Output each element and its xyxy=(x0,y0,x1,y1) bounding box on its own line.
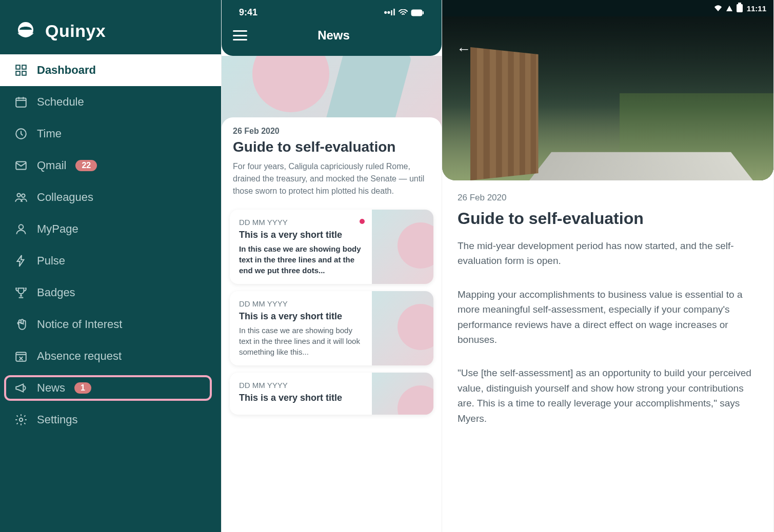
quinyx-logo-icon xyxy=(14,19,37,42)
sidebar-item-badges[interactable]: Badges xyxy=(0,277,221,309)
back-button[interactable]: ← xyxy=(457,42,471,56)
signal-icon xyxy=(726,6,732,11)
sidebar-item-label: Time xyxy=(37,127,62,140)
person-icon xyxy=(14,222,28,236)
sidebar-item-label: Badges xyxy=(37,286,75,299)
article-detail-panel: 11:11 ← 26 Feb 2020 Guide to self-evalua… xyxy=(442,0,774,532)
sidebar-item-absence-request[interactable]: Absence request xyxy=(0,340,221,372)
ios-status-bar: 9:41 ••ıl xyxy=(222,0,442,18)
card-title: This is a very short title xyxy=(239,230,363,240)
sidebar-item-notice-of-interest[interactable]: Notice of Interest xyxy=(0,309,221,340)
trophy-icon xyxy=(14,286,28,299)
unread-dot-icon xyxy=(360,219,365,224)
svg-rect-2 xyxy=(22,65,26,69)
status-time: 9:41 xyxy=(239,7,257,18)
sidebar-item-label: Colleagues xyxy=(37,191,93,204)
card-date: DD MM YYYY xyxy=(239,299,363,308)
sidebar-item-label: Qmail xyxy=(37,159,66,172)
megaphone-icon xyxy=(14,381,28,395)
sidebar-item-settings[interactable]: Settings xyxy=(0,404,221,436)
article-paragraph: The mid-year development period has now … xyxy=(458,238,758,269)
sidebar-item-pulse[interactable]: Pulse xyxy=(0,245,221,277)
featured-article[interactable]: 26 Feb 2020 Guide to self-evaluation For… xyxy=(222,117,442,207)
news-list-panel: 9:41 ••ıl News 26 Feb 2020 Guide to self… xyxy=(222,0,442,532)
svg-rect-14 xyxy=(423,11,424,14)
card-date: DD MM YYYY xyxy=(239,381,363,390)
sidebar-item-dashboard[interactable]: Dashboard xyxy=(0,54,221,86)
svg-rect-13 xyxy=(411,10,422,16)
svg-rect-11 xyxy=(16,352,26,361)
sidebar-item-colleagues[interactable]: Colleagues xyxy=(0,181,221,213)
svg-point-9 xyxy=(22,194,25,198)
sidebar-item-qmail[interactable]: Qmail22 xyxy=(0,150,221,181)
brand-name: Quinyx xyxy=(45,21,106,41)
article-paragraph: Mapping your accomplishments to business… xyxy=(458,287,758,347)
clock-icon xyxy=(14,127,28,140)
sidebar-item-time[interactable]: Time xyxy=(0,118,221,150)
card-thumbnail xyxy=(372,210,433,284)
svg-rect-3 xyxy=(16,71,20,75)
sidebar-item-label: Pulse xyxy=(37,254,65,268)
article-title: Guide to self-evaluation xyxy=(458,209,758,228)
sidebar-item-schedule[interactable]: Schedule xyxy=(0,86,221,118)
card-excerpt: In this case we are showing body text in… xyxy=(239,325,363,357)
news-card[interactable]: DD MM YYYYThis is a very short titleIn t… xyxy=(230,210,433,284)
svg-point-8 xyxy=(17,193,21,197)
svg-point-12 xyxy=(19,418,23,422)
sidebar-badge: 1 xyxy=(74,382,91,394)
gear-icon xyxy=(14,413,28,426)
card-excerpt: In this case we are showing body text in… xyxy=(239,243,363,276)
bolt-icon xyxy=(14,254,28,268)
news-header-title: News xyxy=(237,28,430,43)
news-card[interactable]: DD MM YYYYThis is a very short title xyxy=(230,373,433,415)
sidebar-item-mypage[interactable]: MyPage xyxy=(0,213,221,245)
hand-icon xyxy=(14,318,28,331)
battery-icon xyxy=(411,9,424,16)
sidebar-item-label: MyPage xyxy=(37,222,78,236)
card-thumbnail xyxy=(372,291,433,365)
svg-rect-1 xyxy=(16,65,20,69)
sidebar-item-news[interactable]: News1 xyxy=(0,372,221,404)
featured-excerpt: For four years, Caligula capriciously ru… xyxy=(233,160,430,197)
card-title: This is a very short title xyxy=(239,311,363,322)
featured-date: 26 Feb 2020 xyxy=(233,127,430,136)
brand: Quinyx xyxy=(0,0,221,54)
article-paragraph: "Use [the self-assessment] as an opportu… xyxy=(458,365,758,426)
svg-rect-5 xyxy=(16,98,26,107)
calendar-icon xyxy=(14,95,28,109)
dashboard-icon xyxy=(14,64,28,77)
sidebar-item-label: Notice of Interest xyxy=(37,318,122,331)
article-hero-image: ← xyxy=(442,16,773,180)
wifi-icon xyxy=(399,9,408,16)
svg-rect-4 xyxy=(22,71,26,75)
sidebar-panel: Quinyx DashboardScheduleTimeQmail22Colle… xyxy=(0,0,222,532)
news-card[interactable]: DD MM YYYYThis is a very short titleIn t… xyxy=(230,291,433,365)
sidebar-badge: 22 xyxy=(75,160,97,171)
featured-title: Guide to self-evaluation xyxy=(233,139,430,155)
sidebar-item-label: Absence request xyxy=(37,350,122,363)
card-thumbnail xyxy=(372,373,433,415)
card-title: This is a very short title xyxy=(239,393,363,403)
mail-icon xyxy=(14,159,28,172)
article-date: 26 Feb 2020 xyxy=(458,193,758,203)
svg-point-10 xyxy=(19,224,24,229)
battery-icon xyxy=(737,4,743,12)
news-header: News xyxy=(222,18,442,56)
sidebar-item-label: News xyxy=(37,381,65,395)
wifi-icon xyxy=(714,5,722,12)
card-date: DD MM YYYY xyxy=(239,218,363,227)
android-status-bar: 11:11 xyxy=(442,0,773,16)
absence-icon xyxy=(14,350,28,363)
signal-icon: ••ıl xyxy=(384,7,395,18)
people-icon xyxy=(14,191,28,204)
sidebar-item-label: Settings xyxy=(37,413,78,426)
sidebar-item-label: Schedule xyxy=(37,95,84,109)
status-time: 11:11 xyxy=(747,4,766,13)
sidebar-item-label: Dashboard xyxy=(37,64,96,77)
